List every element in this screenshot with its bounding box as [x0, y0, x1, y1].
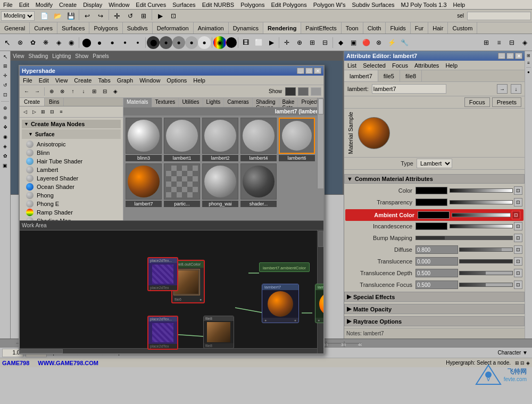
- tool-misc4[interactable]: ⊗: [372, 36, 385, 49]
- hs-show-btn2[interactable]: [298, 87, 309, 96]
- tool-right4[interactable]: ◈: [518, 36, 531, 49]
- hs-menu-edit[interactable]: Edit: [36, 77, 52, 84]
- tool-misc1[interactable]: ◆: [334, 36, 347, 49]
- attr-color-swatch[interactable]: [415, 187, 447, 194]
- ambient-color-label-node[interactable]: lambert7.ambientColor: [259, 262, 310, 272]
- ae-maximize[interactable]: □: [506, 53, 514, 59]
- surface-item-phong[interactable]: Phong: [22, 191, 121, 200]
- ae-lock-btn[interactable]: →: [497, 84, 508, 94]
- tool-sphere3[interactable]: ●: [106, 36, 119, 49]
- tool-region[interactable]: ◈: [52, 36, 65, 49]
- tool-v8[interactable]: ❖: [1, 123, 10, 131]
- menu-window[interactable]: Window: [105, 2, 132, 8]
- hs-tool5[interactable]: ↑: [68, 87, 78, 96]
- icon-undo[interactable]: ↩: [81, 10, 94, 22]
- tool-black-sphere[interactable]: [226, 37, 237, 48]
- presets-btn[interactable]: Presets: [492, 97, 521, 107]
- tool-sph9[interactable]: ●: [185, 36, 198, 49]
- hs-menu-create[interactable]: Create: [71, 77, 95, 84]
- mode-select[interactable]: Modeling: [1, 11, 35, 21]
- tab-deformation[interactable]: Deformation: [153, 22, 194, 34]
- menu-file[interactable]: File: [0, 2, 16, 8]
- mat-blinn3[interactable]: blinn3: [126, 118, 162, 161]
- tool-right1[interactable]: ⊞: [480, 36, 493, 49]
- menu-help[interactable]: Help: [450, 2, 469, 8]
- icon-move[interactable]: ✛: [111, 10, 123, 22]
- hs-tab-bins[interactable]: Bins: [45, 98, 64, 106]
- attr-ambient-lock[interactable]: ⊡: [512, 211, 520, 219]
- tab-animation[interactable]: Animation: [194, 22, 229, 34]
- ae-menu-selected[interactable]: Selected: [360, 62, 389, 69]
- surface-item-lambert[interactable]: Lambert: [22, 166, 121, 174]
- view-label[interactable]: View: [13, 53, 24, 59]
- menu-modify[interactable]: Modify: [32, 2, 56, 8]
- attr-trans-swatch[interactable]: [415, 199, 447, 206]
- menu-polygon-ws[interactable]: Polygon W's: [310, 2, 349, 8]
- lambert798-node[interactable]: lambert798 ●: [315, 284, 323, 323]
- tab-toon[interactable]: Toon: [342, 22, 363, 34]
- hs-tab-create[interactable]: Create: [20, 98, 45, 106]
- hs-ctab-lights[interactable]: Lights: [203, 98, 225, 107]
- tool-magnet[interactable]: ⊞: [306, 36, 319, 49]
- attr-transfocus-slider[interactable]: [459, 283, 513, 287]
- tool-film[interactable]: 🎞: [239, 36, 252, 49]
- panels-label[interactable]: Panels: [93, 53, 109, 59]
- surface-item-ramp[interactable]: Ramp Shader: [22, 208, 121, 217]
- ae-close[interactable]: ✕: [515, 53, 522, 59]
- ae-tab-file5[interactable]: file5: [378, 70, 400, 81]
- matte-opacity-section[interactable]: ▶ Matte Opacity: [344, 304, 525, 314]
- tab-fur[interactable]: Fur: [411, 22, 429, 34]
- surface-item-shadingmap[interactable]: Shading Map: [22, 217, 121, 220]
- surface-item-layered[interactable]: Layered Shader: [22, 174, 121, 183]
- tool-v3[interactable]: ✛: [1, 71, 10, 80]
- attr-bump-lock[interactable]: ⊡: [514, 234, 522, 242]
- lighting-label[interactable]: Lighting: [52, 53, 71, 59]
- hs-menu-tabs[interactable]: Tabs: [95, 77, 113, 84]
- tool-sph7[interactable]: ●: [160, 36, 172, 49]
- icon-open[interactable]: 📂: [51, 10, 64, 22]
- hs-menu-window[interactable]: Window: [136, 77, 163, 84]
- tool-v5[interactable]: ⊡: [1, 90, 10, 99]
- tool-soft[interactable]: ❋: [39, 36, 52, 49]
- surface-item-anisotropic[interactable]: Anisotropic: [22, 140, 121, 149]
- tool-v1[interactable]: ↖: [1, 52, 10, 61]
- special-effects-section[interactable]: ▶ Special Effects: [344, 292, 525, 302]
- attr-diffuse-input[interactable]: [415, 245, 458, 254]
- place2d-node-top[interactable]: place2dTex... place2dTex: [147, 257, 178, 291]
- hs-icon-next[interactable]: ▷: [30, 108, 38, 116]
- menu-subdiv[interactable]: Subdiv Surfaces: [348, 2, 397, 8]
- tool-sphere5[interactable]: ●: [131, 36, 144, 49]
- tool-misc6[interactable]: 🔧: [398, 36, 411, 49]
- icon-render[interactable]: ▶: [154, 10, 167, 22]
- ae-minimize[interactable]: _: [498, 53, 505, 59]
- attr-ambient-swatch[interactable]: [418, 211, 450, 219]
- hs-icon-sort1[interactable]: ⊞: [39, 108, 47, 116]
- tab-rendering[interactable]: Rendering: [263, 22, 301, 34]
- tool-misc5[interactable]: ⚡: [385, 36, 398, 49]
- ae-arrow-btn[interactable]: ↓: [511, 84, 521, 94]
- hs-show-btn1[interactable]: [285, 87, 296, 96]
- create-section-header[interactable]: ▼ Create Maya Nodes: [22, 120, 121, 128]
- rt-tool2[interactable]: ≡: [526, 60, 532, 66]
- tab-cloth[interactable]: Cloth: [363, 22, 386, 34]
- menu-edit[interactable]: Edit: [16, 2, 32, 8]
- tool-v6[interactable]: ⊕: [1, 104, 10, 112]
- icon-redo[interactable]: ↪: [94, 10, 107, 22]
- tool-v7[interactable]: ⊗: [1, 113, 10, 122]
- attr-incan-slider[interactable]: [450, 224, 513, 228]
- lambert-name-input[interactable]: [372, 84, 446, 94]
- tool-lasso[interactable]: ⊗: [14, 36, 27, 49]
- hs-tool8[interactable]: ⊟: [100, 87, 110, 96]
- hs-menu-graph[interactable]: Graph: [114, 77, 137, 84]
- raytrace-section[interactable]: ▶ Raytrace Options: [344, 316, 525, 326]
- icon-rotate[interactable]: ↺: [124, 10, 137, 22]
- attr-transdepth-lock[interactable]: ⊡: [514, 269, 522, 277]
- ae-menu-attrs[interactable]: Attributes: [411, 62, 442, 69]
- attr-transdepth-input[interactable]: [415, 269, 458, 277]
- lambert7-main-node[interactable]: lambert7 ●●: [262, 284, 299, 323]
- show-label[interactable]: Show: [75, 53, 88, 59]
- tool-film2[interactable]: ⬜: [252, 36, 265, 49]
- mat-lambert7[interactable]: lambert7: [126, 163, 162, 207]
- surface-item-hairtube[interactable]: Hair Tube Shader: [22, 157, 121, 166]
- attr-color-slider[interactable]: [450, 188, 513, 193]
